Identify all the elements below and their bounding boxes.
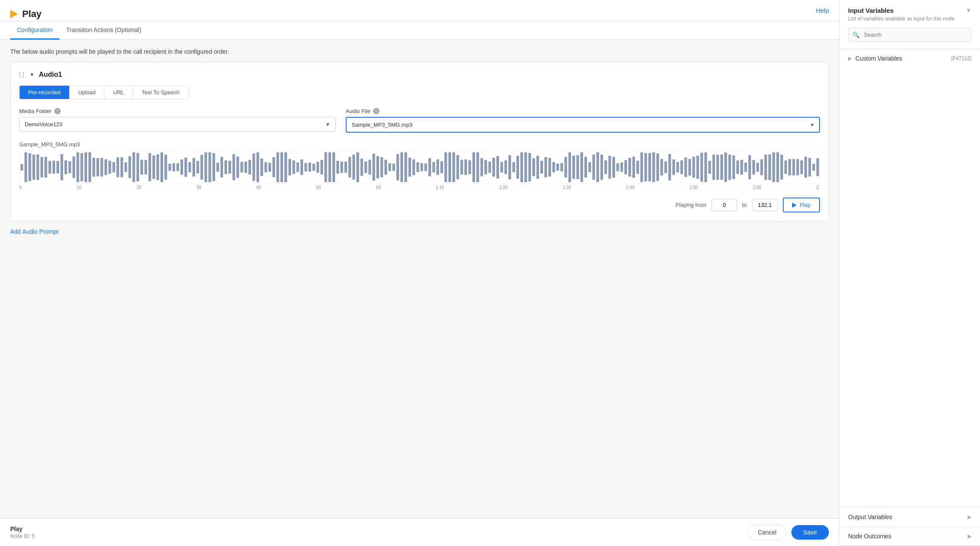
- svg-rect-119: [496, 156, 499, 178]
- svg-rect-87: [368, 160, 371, 174]
- custom-variables-chevron-icon: ▶: [848, 55, 852, 61]
- svg-rect-112: [468, 160, 471, 174]
- svg-rect-46: [204, 152, 207, 182]
- footer-actions: Cancel Save: [748, 525, 829, 540]
- svg-rect-17: [88, 152, 91, 182]
- svg-rect-180: [741, 160, 743, 174]
- audio-tab-prerecorded[interactable]: Pre-recorded: [20, 86, 70, 99]
- svg-rect-196: [804, 157, 807, 177]
- svg-rect-6: [44, 157, 47, 178]
- media-folder-select[interactable]: DemoVoice123 Default Custom: [19, 117, 335, 132]
- audio-file-select[interactable]: Sample_MP3_5MG.mp3 Other.mp3: [346, 117, 820, 133]
- svg-rect-103: [432, 162, 435, 173]
- svg-rect-34: [157, 154, 159, 180]
- svg-rect-13: [73, 157, 75, 178]
- audio-file-info-icon: i: [373, 108, 379, 114]
- svg-rect-109: [456, 155, 459, 180]
- svg-rect-145: [601, 154, 603, 180]
- waveform-canvas[interactable]: [19, 150, 820, 184]
- time-label-140: 1:40: [626, 185, 634, 190]
- time-label-30: 30: [196, 185, 201, 190]
- svg-rect-89: [376, 156, 379, 178]
- svg-rect-35: [160, 152, 163, 182]
- svg-rect-142: [588, 162, 591, 172]
- output-variables-chevron-icon: ▶: [968, 514, 971, 520]
- play-audio-button[interactable]: Play: [783, 197, 820, 212]
- svg-rect-123: [512, 162, 515, 172]
- svg-rect-137: [569, 152, 571, 182]
- svg-rect-104: [436, 160, 439, 175]
- audio-collapse-chevron[interactable]: ▼: [29, 72, 35, 78]
- tab-configuration[interactable]: Configuration: [10, 21, 59, 40]
- svg-rect-33: [152, 155, 155, 179]
- cancel-button[interactable]: Cancel: [748, 525, 786, 540]
- svg-rect-44: [196, 161, 199, 173]
- node-outcomes-chevron-icon: ▶: [968, 533, 971, 539]
- svg-rect-176: [724, 153, 727, 182]
- svg-rect-80: [341, 162, 343, 173]
- drag-handle[interactable]: [19, 72, 25, 78]
- search-input[interactable]: [848, 28, 971, 42]
- svg-rect-134: [557, 164, 559, 171]
- audio-tab-url[interactable]: URL: [105, 86, 133, 99]
- svg-rect-83: [353, 155, 355, 180]
- search-box: 🔍: [848, 28, 971, 42]
- svg-rect-124: [516, 156, 519, 179]
- tab-transition-actions[interactable]: Transition Actions (Optional): [59, 21, 148, 40]
- svg-rect-85: [360, 159, 363, 176]
- svg-rect-186: [764, 154, 767, 180]
- svg-rect-28: [132, 152, 135, 182]
- svg-rect-126: [525, 152, 527, 182]
- svg-rect-29: [137, 153, 139, 181]
- svg-rect-15: [81, 153, 83, 181]
- bottom-section: Output Variables ▶ Node Outcomes ▶: [840, 507, 980, 546]
- custom-variables-row[interactable]: ▶ Custom Variables [F47112]: [848, 55, 971, 62]
- svg-rect-95: [400, 152, 403, 182]
- time-label-40: 40: [256, 185, 261, 190]
- playback-from-input[interactable]: [712, 199, 737, 211]
- svg-rect-68: [292, 160, 295, 174]
- svg-rect-116: [484, 160, 487, 174]
- audio-file-select-wrapper: Sample_MP3_5MG.mp3 Other.mp3 ▼: [346, 117, 820, 133]
- audio-file-label: Audio File i: [346, 108, 820, 114]
- svg-rect-18: [93, 158, 95, 177]
- svg-rect-146: [604, 160, 607, 174]
- audio-type-tabs: Pre-recorded Upload URL Text To Speech: [19, 85, 189, 99]
- svg-rect-53: [233, 154, 235, 180]
- svg-rect-105: [440, 161, 443, 174]
- svg-rect-111: [464, 159, 467, 175]
- svg-rect-172: [709, 161, 711, 174]
- waveform-svg: [20, 151, 820, 184]
- svg-rect-86: [365, 162, 367, 173]
- svg-rect-54: [236, 157, 239, 178]
- svg-rect-121: [505, 160, 507, 174]
- svg-rect-117: [488, 162, 491, 173]
- waveform-label: Sample_MP3_5MG.mp3: [19, 141, 820, 148]
- audio-tab-tts[interactable]: Text To Speech: [133, 86, 188, 99]
- help-link[interactable]: Help: [816, 7, 829, 21]
- svg-rect-147: [608, 156, 611, 179]
- custom-variables-badge: [F47112]: [951, 55, 971, 61]
- svg-rect-197: [808, 158, 811, 177]
- svg-rect-185: [760, 159, 763, 175]
- svg-rect-108: [452, 152, 455, 182]
- output-variables-row[interactable]: Output Variables ▶: [840, 508, 980, 527]
- audio-tab-upload[interactable]: Upload: [70, 86, 105, 99]
- playback-to-input[interactable]: [752, 199, 778, 211]
- add-audio-link[interactable]: Add Audio Prompt: [10, 228, 829, 235]
- save-button[interactable]: Save: [791, 525, 829, 540]
- time-label-10: 10: [77, 185, 82, 190]
- svg-rect-21: [105, 159, 107, 175]
- node-outcomes-row[interactable]: Node Outcomes ▶: [840, 527, 980, 546]
- svg-rect-12: [68, 161, 71, 174]
- input-variables-expand-icon[interactable]: ▼: [965, 7, 971, 14]
- svg-rect-57: [248, 160, 251, 175]
- time-label-20: 20: [137, 185, 141, 190]
- svg-rect-20: [100, 158, 103, 177]
- time-label-200: 2:00: [753, 185, 761, 190]
- time-label-120: 1:20: [499, 185, 508, 190]
- svg-rect-62: [268, 163, 271, 172]
- svg-rect-75: [321, 160, 323, 174]
- app-title: Play: [22, 9, 41, 20]
- svg-rect-148: [612, 157, 615, 178]
